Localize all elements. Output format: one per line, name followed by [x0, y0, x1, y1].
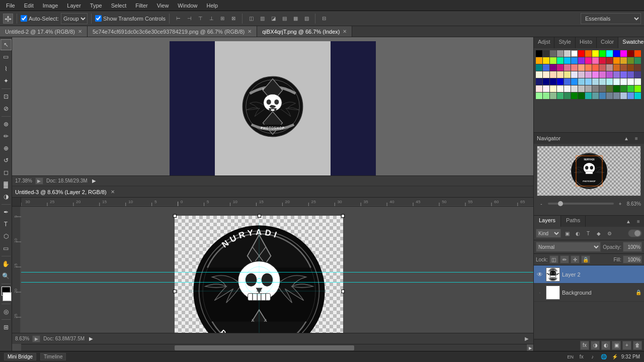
swatch[interactable] — [592, 57, 599, 64]
swatch[interactable] — [564, 50, 571, 57]
swatch[interactable] — [592, 93, 599, 99]
swatch[interactable] — [592, 85, 599, 92]
swatch[interactable] — [627, 50, 634, 57]
swatch[interactable] — [606, 85, 613, 92]
swatch[interactable] — [578, 57, 585, 64]
swatch[interactable] — [599, 78, 606, 85]
swatch[interactable] — [543, 93, 549, 99]
swatch[interactable] — [634, 78, 641, 85]
swatch[interactable] — [613, 50, 620, 57]
layers-tab-paths[interactable]: Paths — [561, 216, 586, 227]
menu-window[interactable]: Window — [174, 2, 201, 10]
swatch[interactable] — [543, 71, 549, 78]
swatch[interactable] — [571, 50, 578, 57]
lower-info-btn[interactable]: ▶ — [32, 335, 40, 342]
swatch[interactable] — [606, 64, 613, 71]
shape-tool[interactable]: ▭ — [1, 243, 12, 254]
center-handle[interactable] — [257, 289, 262, 294]
swatch[interactable] — [578, 85, 585, 92]
swatch[interactable] — [571, 71, 578, 78]
type-tool[interactable]: T — [1, 219, 12, 230]
burn-tool[interactable]: ◑ — [1, 191, 12, 202]
layers-kind-select[interactable]: Kind — [536, 229, 561, 238]
swatch[interactable] — [564, 78, 571, 85]
swatch[interactable] — [578, 78, 585, 85]
menu-help[interactable]: Help — [202, 2, 222, 10]
battery-icon[interactable]: ⚡ — [610, 352, 619, 361]
layer-fx-btn[interactable]: fx — [580, 341, 589, 350]
align-bottom-icon[interactable]: ⊠ — [228, 14, 238, 24]
zoom-tool[interactable]: 🔍 — [1, 270, 12, 282]
swatch[interactable] — [557, 71, 564, 78]
tab-close-0[interactable]: ✕ — [78, 29, 82, 34]
swatch[interactable] — [571, 85, 578, 92]
lower-end-btn[interactable]: ▶ — [523, 335, 530, 342]
dist-bottom-icon[interactable]: ▧ — [301, 14, 311, 24]
marquee-tool[interactable]: ▭ — [1, 51, 12, 62]
swatch[interactable] — [536, 50, 542, 57]
lock-pixels-icon[interactable]: ✏ — [560, 255, 569, 263]
swatch[interactable] — [536, 64, 542, 71]
swatch[interactable] — [620, 50, 627, 57]
swatch[interactable] — [592, 71, 599, 78]
swatch[interactable] — [557, 50, 564, 57]
swatch[interactable] — [585, 93, 592, 99]
swatch[interactable] — [578, 50, 585, 57]
swatch[interactable] — [564, 93, 571, 99]
swatch[interactable] — [571, 57, 578, 64]
menu-edit[interactable]: Edit — [20, 2, 38, 10]
swatch[interactable] — [627, 57, 634, 64]
dist-right-icon[interactable]: ◪ — [268, 14, 278, 24]
swatch[interactable] — [627, 78, 634, 85]
align-left-icon[interactable]: ⊢ — [173, 14, 183, 24]
swatch[interactable] — [536, 93, 542, 99]
nav-zoom-out-icon[interactable]: - — [537, 199, 546, 208]
panel-tab-adjst[interactable]: Adjst — [534, 37, 554, 48]
swatch[interactable] — [606, 78, 613, 85]
magic-wand-tool[interactable]: ✦ — [1, 75, 12, 86]
swatch[interactable] — [634, 64, 641, 71]
menu-image[interactable]: Image — [39, 2, 62, 10]
swatch[interactable] — [599, 93, 606, 99]
hand-tool[interactable]: ✋ — [1, 258, 12, 269]
layer-vis-0[interactable]: 👁 — [536, 270, 544, 279]
gradient-tool[interactable]: ▓ — [1, 179, 12, 190]
lower-tab-close[interactable]: ✕ — [111, 189, 115, 195]
upper-arrow-btn[interactable]: ▶ — [91, 177, 98, 185]
dist-center-v-icon[interactable]: ▦ — [290, 14, 300, 24]
swatch[interactable] — [585, 50, 592, 57]
layer-item-0[interactable]: 👁 NURYADI PH — [534, 265, 644, 284]
layer-mask-btn[interactable]: ◑ — [591, 341, 600, 350]
lang-icon[interactable]: EN — [566, 352, 575, 361]
layer-filter-type-icon[interactable]: T — [584, 229, 593, 238]
heal-tool[interactable]: ⊛ — [1, 119, 12, 130]
swatch[interactable] — [550, 71, 556, 78]
swatch[interactable] — [613, 57, 620, 64]
crop-tool[interactable]: ⊡ — [1, 91, 12, 102]
swatch[interactable] — [578, 93, 585, 99]
align-top-icon[interactable]: ⊥ — [206, 14, 216, 24]
swatch[interactable] — [585, 71, 592, 78]
handle-tl[interactable] — [173, 214, 177, 218]
swatch[interactable] — [606, 71, 613, 78]
layer-filter-shape-icon[interactable]: ◆ — [594, 229, 603, 238]
layer-group-btn[interactable]: ▣ — [612, 341, 621, 350]
swatch[interactable] — [536, 78, 542, 85]
swatch[interactable] — [564, 64, 571, 71]
lower-tab-label[interactable]: Untitled-3 @ 8.63% (Layer 2, RGB/8) — [15, 189, 107, 195]
move-tool[interactable]: ↖ — [1, 39, 12, 50]
swatch[interactable] — [557, 64, 564, 71]
menu-view[interactable]: View — [153, 2, 173, 10]
swatch[interactable] — [578, 64, 585, 71]
handle-tr[interactable] — [341, 214, 345, 218]
lower-arrow-btn[interactable]: ▶ — [88, 335, 95, 342]
show-transform-checkbox[interactable] — [95, 15, 102, 22]
swatch[interactable] — [557, 93, 564, 99]
layer-delete-btn[interactable]: 🗑 — [633, 341, 642, 350]
swatch[interactable] — [592, 50, 599, 57]
lock-position-icon[interactable]: ✛ — [571, 255, 580, 263]
handle-mr[interactable] — [341, 290, 345, 293]
swatch[interactable] — [627, 71, 634, 78]
swatch[interactable] — [550, 78, 556, 85]
swatch[interactable] — [536, 71, 542, 78]
